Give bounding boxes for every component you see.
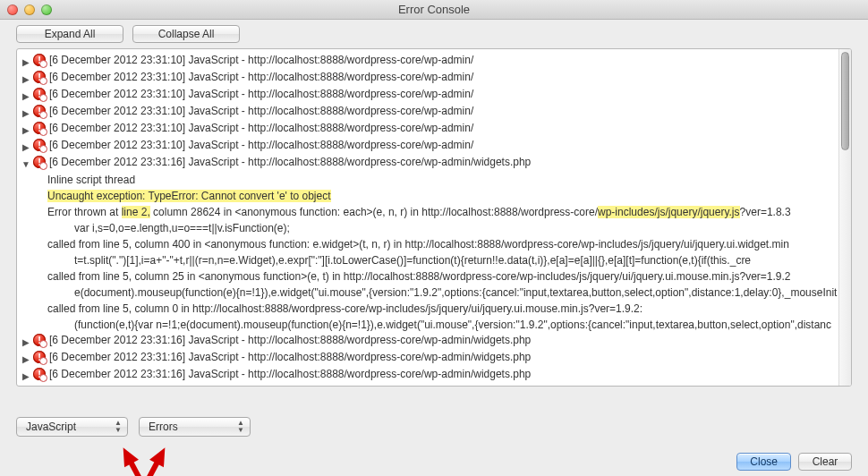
chevron-right-icon[interactable]: ▶ (21, 106, 31, 121)
log-text: [6 December 2012 23:31:10] JavaScript - … (49, 121, 837, 136)
log-text: [6 December 2012 23:31:10] JavaScript - … (49, 104, 837, 119)
expand-all-button[interactable]: Expand All (16, 25, 123, 43)
filters: JavaScript ▲▼ Errors ▲▼ (16, 417, 852, 437)
stacktrace-subline: (function(e,t){var n=!1;e(document).mous… (47, 317, 837, 333)
log-text: [6 December 2012 23:31:16] JavaScript - … (49, 367, 837, 382)
filter-level-value: Errors (149, 421, 178, 433)
stacktrace-line: called from line 5, column 25 in <anonym… (47, 268, 837, 285)
filter-source-select[interactable]: JavaScript ▲▼ (16, 417, 128, 437)
log-row[interactable]: ▶[6 December 2012 23:31:10] JavaScript -… (21, 138, 837, 155)
log-panel: ▶[6 December 2012 23:31:10] JavaScript -… (16, 48, 852, 387)
log-scroll[interactable]: ▶[6 December 2012 23:31:10] JavaScript -… (17, 49, 838, 386)
log-row[interactable]: ▶[6 December 2012 23:31:10] JavaScript -… (21, 70, 837, 87)
titlebar: Error Console (0, 0, 868, 20)
zoom-icon[interactable] (41, 4, 52, 15)
chevron-right-icon[interactable]: ▶ (21, 89, 31, 104)
log-text: [6 December 2012 23:31:10] JavaScript - … (49, 87, 837, 102)
footer: JavaScript ▲▼ Errors ▲▼ Close Clear (16, 417, 852, 471)
log-text: [6 December 2012 23:31:16] JavaScript - … (49, 155, 837, 170)
stacktrace-subline: e(document).mouseup(function(e){n=!1}),e… (47, 285, 837, 301)
error-icon (33, 351, 46, 363)
filter-level-select[interactable]: Errors ▲▼ (139, 417, 251, 437)
error-icon (33, 54, 46, 66)
stacktrace-subline: t=t.split(".")[1],i=a+"-"+t,r||(r=n,n=e.… (47, 252, 837, 268)
close-icon[interactable] (7, 4, 18, 15)
chevron-right-icon[interactable]: ▶ (21, 140, 31, 155)
scrollbar-thumb[interactable] (841, 52, 849, 150)
chevron-right-icon[interactable]: ▶ (21, 335, 31, 350)
close-button[interactable]: Close (736, 453, 791, 471)
log-text: [6 December 2012 23:31:10] JavaScript - … (49, 70, 837, 85)
chevron-right-icon[interactable]: ▶ (21, 123, 31, 138)
stacktrace-line: called from line 5, column 400 in <anony… (47, 236, 837, 252)
log-row[interactable]: ▶[6 December 2012 23:31:10] JavaScript -… (21, 121, 837, 138)
log-row[interactable]: ▶[6 December 2012 23:31:10] JavaScript -… (21, 53, 837, 70)
log-row[interactable]: ▼[6 December 2012 23:31:16] JavaScript -… (21, 155, 837, 172)
log-row[interactable]: ▶[6 December 2012 23:31:16] JavaScript -… (21, 350, 837, 367)
stacktrace-line: Uncaught exception: TypeError: Cannot co… (47, 188, 837, 204)
log-row[interactable]: ▶[6 December 2012 23:31:16] JavaScript -… (21, 367, 837, 384)
toolbar: Expand All Collapse All (0, 20, 868, 48)
window-title: Error Console (0, 3, 868, 16)
window-controls (7, 4, 52, 15)
error-icon (33, 122, 46, 134)
filter-source-value: JavaScript (26, 421, 76, 433)
error-icon (33, 71, 46, 83)
log-text: [6 December 2012 23:31:16] JavaScript - … (49, 333, 837, 348)
chevron-right-icon[interactable]: ▶ (21, 55, 31, 70)
scrollbar[interactable] (838, 49, 851, 386)
annotation-arrow-icon (149, 444, 172, 467)
error-icon (33, 368, 46, 380)
log-row[interactable]: ▶[6 December 2012 23:31:16] JavaScript -… (21, 333, 837, 350)
select-arrows-icon: ▲▼ (237, 420, 244, 434)
stacktrace-block: Inline script threadUncaught exception: … (21, 172, 837, 333)
clear-button[interactable]: Clear (798, 453, 852, 471)
chevron-right-icon[interactable]: ▶ (21, 369, 31, 384)
stacktrace-subline: var i,s=0,o=e.length,u=o===t||v.isFuncti… (47, 220, 837, 236)
stacktrace-line: Inline script thread (47, 172, 837, 188)
minimize-icon[interactable] (24, 4, 35, 15)
chevron-right-icon[interactable]: ▶ (21, 72, 31, 87)
error-icon (33, 156, 46, 168)
footer-buttons: Close Clear (736, 453, 852, 471)
chevron-right-icon[interactable]: ▶ (21, 352, 31, 367)
error-icon (33, 88, 46, 100)
log-text: [6 December 2012 23:31:10] JavaScript - … (49, 53, 837, 68)
error-icon (33, 139, 46, 151)
chevron-down-icon[interactable]: ▼ (21, 157, 31, 172)
log-text: [6 December 2012 23:31:10] JavaScript - … (49, 138, 837, 153)
log-row[interactable]: ▶[6 December 2012 23:31:10] JavaScript -… (21, 87, 837, 104)
log-text: [6 December 2012 23:31:16] JavaScript - … (49, 350, 837, 365)
collapse-all-button[interactable]: Collapse All (132, 25, 240, 43)
error-icon (33, 334, 46, 346)
stacktrace-line: Error thrown at line 2, column 28624 in … (47, 204, 837, 220)
annotation-arrow-icon (116, 444, 139, 467)
error-icon (33, 105, 46, 117)
log-row[interactable]: ▶[6 December 2012 23:31:10] JavaScript -… (21, 104, 837, 121)
stacktrace-line: called from line 5, column 0 in http://l… (47, 301, 837, 317)
select-arrows-icon: ▲▼ (115, 420, 122, 434)
